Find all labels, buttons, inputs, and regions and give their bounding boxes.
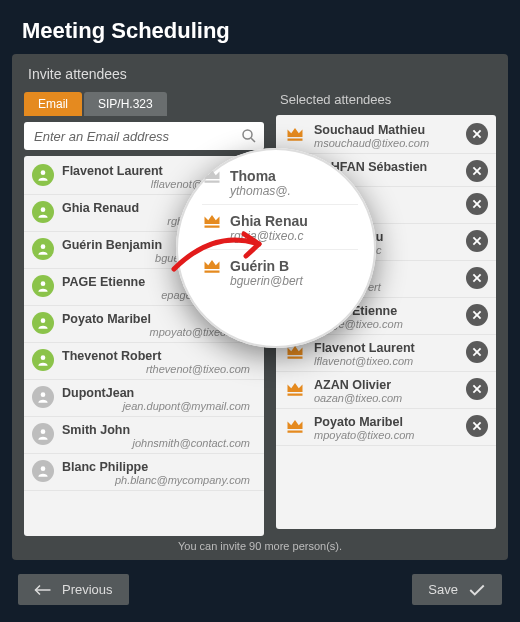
person-icon (32, 238, 54, 260)
previous-button[interactable]: Previous (18, 574, 129, 605)
svg-point-4 (41, 244, 46, 249)
remove-button[interactable] (466, 193, 488, 215)
person-icon (32, 423, 54, 445)
tab-sip[interactable]: SIP/H.323 (84, 92, 167, 116)
svg-point-10 (41, 466, 46, 471)
crown-icon (202, 258, 222, 274)
contact-row[interactable]: DupontJean jean.dupont@mymail.com (24, 380, 264, 417)
magnified-email: rghia@tixeo.c (230, 229, 308, 243)
remove-button[interactable] (466, 160, 488, 182)
magnified-row: Guérin B bguerin@bert (202, 250, 358, 294)
person-icon (32, 460, 54, 482)
selected-title: Selected attendees (276, 92, 496, 115)
magnified-name: Guérin B (230, 258, 303, 274)
person-icon (32, 275, 54, 297)
selected-name: Flavenot Laurent (314, 341, 466, 355)
selected-row[interactable]: Souchaud Mathieu msouchaud@tixeo.com (276, 117, 496, 154)
selected-name: Poyato Maribel (314, 415, 466, 429)
svg-point-9 (41, 429, 46, 434)
magnified-row: Ghia Renau rghia@tixeo.c (202, 205, 358, 250)
svg-point-6 (41, 318, 46, 323)
magnifier-overlay: Thoma ythomas@. Ghia Renau rghia@tixeo.c… (176, 148, 376, 348)
page-title: Meeting Scheduling (0, 0, 520, 54)
contact-name: Blanc Philippe (62, 460, 256, 474)
save-button[interactable]: Save (412, 574, 502, 605)
selected-email: msouchaud@tixeo.com (314, 137, 466, 149)
invite-note: You can invite 90 more person(s). (24, 536, 496, 554)
remove-button[interactable] (466, 378, 488, 400)
svg-point-7 (41, 355, 46, 360)
crown-icon (284, 415, 306, 437)
crown-icon (284, 123, 306, 145)
remove-button[interactable] (466, 415, 488, 437)
remove-button[interactable] (466, 123, 488, 145)
selected-email: lflavenot@tixeo.com (314, 355, 466, 367)
contact-email: rthevenot@tixeo.com (62, 363, 256, 375)
magnified-name: Ghia Renau (230, 213, 308, 229)
magnified-email: bguerin@bert (230, 274, 303, 288)
tabs: Email SIP/H.323 (24, 92, 264, 116)
previous-label: Previous (62, 582, 113, 597)
svg-point-2 (41, 170, 46, 175)
selected-row[interactable]: AZAN Olivier oazan@tixeo.com (276, 372, 496, 409)
contact-name: Thevenot Robert (62, 349, 256, 363)
tab-email[interactable]: Email (24, 92, 82, 116)
remove-button[interactable] (466, 267, 488, 289)
person-icon (32, 349, 54, 371)
search-input[interactable] (24, 122, 264, 150)
magnified-row: Thoma ythomas@. (202, 160, 358, 205)
selected-email: oazan@tixeo.com (314, 392, 466, 404)
person-icon (32, 386, 54, 408)
save-label: Save (428, 582, 458, 597)
panel-title: Invite attendees (24, 66, 496, 92)
magnified-email: ythomas@. (230, 184, 291, 198)
selected-row[interactable]: Poyato Maribel mpoyato@tixeo.com (276, 409, 496, 446)
person-icon (32, 201, 54, 223)
contact-email: johnsmith@contact.com (62, 437, 256, 449)
person-icon (32, 164, 54, 186)
arrow-left-icon (34, 583, 52, 597)
footer: Previous Save (0, 560, 520, 619)
selected-name: AZAN Olivier (314, 378, 466, 392)
selected-name: Souchaud Mathieu (314, 123, 466, 137)
check-icon (468, 583, 486, 597)
selected-email: mpoyato@tixeo.com (314, 429, 466, 441)
remove-button[interactable] (466, 341, 488, 363)
svg-point-3 (41, 207, 46, 212)
contact-row[interactable]: Blanc Philippe ph.blanc@mycompany.com (24, 454, 264, 491)
remove-button[interactable] (466, 304, 488, 326)
contact-name: DupontJean (62, 386, 256, 400)
magnified-name: Thoma (230, 168, 291, 184)
crown-icon (284, 378, 306, 400)
contact-email: jean.dupont@mymail.com (62, 400, 256, 412)
contact-name: Smith John (62, 423, 256, 437)
contact-row[interactable]: Thevenot Robert rthevenot@tixeo.com (24, 343, 264, 380)
contact-row[interactable]: Smith John johnsmith@contact.com (24, 417, 264, 454)
svg-point-5 (41, 281, 46, 286)
remove-button[interactable] (466, 230, 488, 252)
crown-icon (202, 213, 222, 229)
person-icon (32, 312, 54, 334)
contact-email: ph.blanc@mycompany.com (62, 474, 256, 486)
search-field (24, 122, 264, 150)
svg-point-8 (41, 392, 46, 397)
